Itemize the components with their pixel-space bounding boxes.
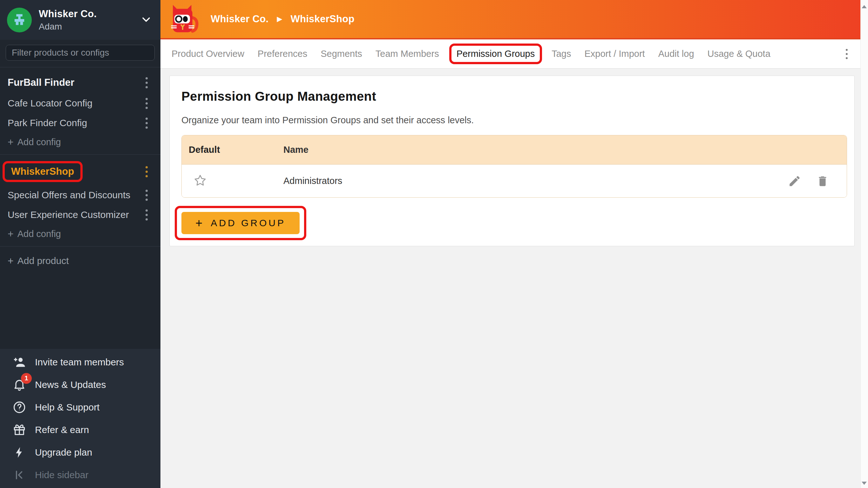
org-name: Whisker Co. (39, 8, 137, 20)
filter-input[interactable] (6, 45, 155, 61)
cat-logo (170, 4, 199, 34)
bolt-icon (12, 445, 27, 460)
tab-export-import[interactable]: Export / Import (584, 49, 645, 59)
tab-team-members[interactable]: Team Members (376, 49, 439, 59)
product-name[interactable]: WhiskerShop (11, 166, 74, 177)
collapse-icon (12, 468, 27, 482)
news-updates-button[interactable]: 1 News & Updates (0, 373, 160, 396)
footer-item-label: Upgrade plan (35, 447, 92, 458)
divider (0, 154, 160, 155)
config-item-cafe-locator[interactable]: Cafe Locator Config (0, 93, 160, 113)
tab-bar: Product Overview Preferences Segments Te… (160, 39, 860, 69)
config-name[interactable]: Park Finder Config (8, 118, 144, 128)
scroll-down-arrow-icon[interactable] (862, 482, 867, 485)
plus-icon: + (8, 255, 14, 267)
kebab-menu-icon[interactable] (144, 187, 149, 203)
product-list: FurBall Finder Cafe Locator Config Park … (0, 67, 160, 349)
footer-item-label: Invite team members (35, 357, 124, 368)
kebab-menu-icon[interactable] (144, 95, 149, 111)
footer-item-label: Refer & earn (35, 424, 89, 435)
config-name[interactable]: Cafe Locator Config (8, 98, 144, 109)
scrollbar[interactable] (860, 0, 868, 488)
hide-sidebar-button[interactable]: Hide sidebar (0, 463, 160, 486)
tab-overflow-menu-icon[interactable] (843, 46, 851, 62)
add-config-label: Add config (18, 229, 61, 239)
main: Whisker Co. ▶ WhiskerShop Product Overvi… (160, 0, 860, 488)
top-header: Whisker Co. ▶ WhiskerShop (160, 0, 860, 39)
account-text: Whisker Co. Adam (39, 8, 137, 32)
breadcrumb: Whisker Co. ▶ WhiskerShop (211, 13, 354, 25)
config-item-park-finder[interactable]: Park Finder Config (0, 113, 160, 133)
sidebar: Whisker Co. Adam FurBall Finder Cafe Loc… (0, 0, 160, 488)
group-name: Administrators (283, 176, 788, 186)
kebab-menu-icon[interactable] (144, 75, 149, 91)
kebab-menu-icon[interactable] (144, 163, 149, 180)
notification-badge: 1 (21, 373, 32, 384)
chevron-down-icon (141, 14, 152, 26)
breadcrumb-arrow-icon: ▶ (277, 15, 282, 23)
column-header-default: Default (182, 145, 283, 155)
avatar (7, 8, 32, 32)
plus-icon: + (8, 228, 14, 240)
upgrade-plan-button[interactable]: Upgrade plan (0, 441, 160, 463)
tab-tags[interactable]: Tags (552, 49, 571, 59)
help-icon (12, 400, 27, 415)
tab-product-overview[interactable]: Product Overview (172, 49, 244, 59)
permission-group-card: Permission Group Management Organize you… (169, 75, 855, 246)
sidebar-footer: Invite team members 1 News & Updates (0, 349, 160, 488)
config-item-special-offers[interactable]: Special Offers and Discounts (0, 185, 160, 205)
kebab-menu-icon[interactable] (144, 207, 149, 223)
person-add-icon (12, 355, 27, 369)
add-config-button[interactable]: + Add config (0, 224, 160, 243)
tab-preferences[interactable]: Preferences (258, 49, 307, 59)
refer-earn-button[interactable]: Refer & earn (0, 419, 160, 441)
default-star-icon[interactable] (193, 174, 207, 187)
account-switcher[interactable]: Whisker Co. Adam (0, 0, 160, 40)
plus-icon: + (195, 216, 203, 230)
app: Whisker Co. Adam FurBall Finder Cafe Loc… (0, 0, 868, 488)
kebab-menu-icon[interactable] (144, 115, 149, 131)
user-name: Adam (39, 22, 137, 32)
help-support-button[interactable]: Help & Support (0, 396, 160, 419)
column-header-name: Name (283, 145, 829, 155)
config-name[interactable]: Special Offers and Discounts (8, 190, 144, 201)
tab-permission-groups[interactable]: Permission Groups (457, 49, 535, 59)
breadcrumb-org[interactable]: Whisker Co. (211, 13, 269, 25)
add-config-button[interactable]: + Add config (0, 133, 160, 151)
tab-segments[interactable]: Segments (320, 49, 362, 59)
plus-icon: + (8, 136, 14, 148)
page-title: Permission Group Management (181, 89, 846, 103)
invite-team-members-button[interactable]: Invite team members (0, 351, 160, 373)
gift-icon (12, 423, 27, 437)
footer-item-label: Hide sidebar (35, 469, 88, 480)
tab-usage-quota[interactable]: Usage & Quota (708, 49, 771, 59)
product-name[interactable]: FurBall Finder (8, 77, 144, 88)
table-header-row: Default Name (182, 135, 847, 164)
robot-avatar-icon (11, 12, 28, 28)
scroll-up-arrow-icon[interactable] (862, 5, 867, 8)
bell-icon: 1 (12, 377, 27, 392)
add-config-label: Add config (18, 137, 61, 147)
add-group-label: ADD GROUP (211, 218, 286, 228)
footer-item-label: News & Updates (35, 379, 106, 390)
product-item-whiskershop[interactable]: WhiskerShop (0, 158, 160, 185)
breadcrumb-project[interactable]: WhiskerShop (290, 13, 354, 25)
table-row: Administrators (182, 164, 847, 197)
tab-audit-log[interactable]: Audit log (658, 49, 694, 59)
add-product-button[interactable]: + Add product (0, 250, 160, 272)
add-product-label: Add product (18, 255, 69, 266)
config-item-user-experience[interactable]: User Experience Customizer (0, 205, 160, 224)
annotation-box-permission-groups: Permission Groups (449, 43, 542, 64)
footer-item-label: Help & Support (35, 402, 99, 413)
page-subtitle: Organize your team into Permission Group… (181, 115, 846, 125)
filter-section (0, 40, 160, 67)
annotation-box-add-group: + ADD GROUP (175, 206, 306, 240)
permission-groups-table: Default Name Administrators (181, 135, 847, 197)
product-item-furball-finder[interactable]: FurBall Finder (0, 72, 160, 93)
content-area: Permission Group Management Organize you… (160, 69, 860, 488)
annotation-box-whiskershop: WhiskerShop (3, 161, 83, 182)
delete-icon[interactable] (816, 175, 829, 188)
add-group-button[interactable]: + ADD GROUP (181, 212, 300, 234)
config-name[interactable]: User Experience Customizer (8, 209, 144, 220)
edit-icon[interactable] (788, 175, 801, 188)
